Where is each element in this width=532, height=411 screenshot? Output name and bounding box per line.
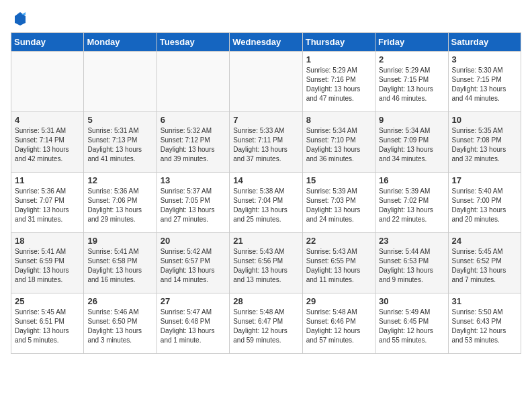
day-number: 25 xyxy=(15,296,80,306)
calendar-day-cell xyxy=(84,52,157,112)
weekday-header: Monday xyxy=(84,33,157,52)
calendar-week-row: 18Sunrise: 5:41 AM Sunset: 6:59 PM Dayli… xyxy=(11,233,521,293)
day-number: 6 xyxy=(161,115,226,125)
day-info: Sunrise: 5:41 AM Sunset: 6:58 PM Dayligh… xyxy=(87,247,152,285)
calendar-week-row: 11Sunrise: 5:36 AM Sunset: 7:07 PM Dayli… xyxy=(11,173,521,233)
day-info: Sunrise: 5:48 AM Sunset: 6:46 PM Dayligh… xyxy=(306,308,371,345)
day-info: Sunrise: 5:29 AM Sunset: 7:15 PM Dayligh… xyxy=(379,66,444,103)
day-number: 29 xyxy=(306,296,371,306)
day-info: Sunrise: 5:41 AM Sunset: 6:59 PM Dayligh… xyxy=(15,247,80,285)
calendar-day-cell: 27Sunrise: 5:47 AM Sunset: 6:48 PM Dayli… xyxy=(157,293,229,354)
day-number: 26 xyxy=(87,296,152,306)
day-info: Sunrise: 5:38 AM Sunset: 7:04 PM Dayligh… xyxy=(233,187,298,224)
calendar-day-cell: 23Sunrise: 5:44 AM Sunset: 6:53 PM Dayli… xyxy=(375,233,448,293)
day-number: 23 xyxy=(379,236,444,246)
day-number: 11 xyxy=(15,175,80,185)
weekday-header: Friday xyxy=(375,33,448,52)
day-number: 2 xyxy=(379,54,444,64)
calendar-day-cell: 17Sunrise: 5:40 AM Sunset: 7:00 PM Dayli… xyxy=(448,173,521,233)
day-info: Sunrise: 5:44 AM Sunset: 6:53 PM Dayligh… xyxy=(379,247,444,285)
day-number: 9 xyxy=(379,115,444,125)
day-info: Sunrise: 5:35 AM Sunset: 7:08 PM Dayligh… xyxy=(452,126,517,164)
calendar-week-row: 4Sunrise: 5:31 AM Sunset: 7:14 PM Daylig… xyxy=(11,112,521,173)
calendar-day-cell: 2Sunrise: 5:29 AM Sunset: 7:15 PM Daylig… xyxy=(375,52,448,112)
day-info: Sunrise: 5:48 AM Sunset: 6:47 PM Dayligh… xyxy=(233,308,298,345)
calendar-day-cell: 13Sunrise: 5:37 AM Sunset: 7:05 PM Dayli… xyxy=(157,173,229,233)
day-info: Sunrise: 5:43 AM Sunset: 6:56 PM Dayligh… xyxy=(233,247,298,285)
day-info: Sunrise: 5:45 AM Sunset: 6:51 PM Dayligh… xyxy=(15,308,80,345)
calendar-day-cell: 12Sunrise: 5:36 AM Sunset: 7:06 PM Dayli… xyxy=(84,173,157,233)
day-number: 8 xyxy=(306,115,371,125)
calendar-table: SundayMondayTuesdayWednesdayThursdayFrid… xyxy=(11,32,521,354)
day-number: 7 xyxy=(233,115,298,125)
calendar-day-cell: 29Sunrise: 5:48 AM Sunset: 6:46 PM Dayli… xyxy=(302,293,375,354)
day-info: Sunrise: 5:39 AM Sunset: 7:03 PM Dayligh… xyxy=(306,187,371,224)
calendar-day-cell xyxy=(230,52,302,112)
weekday-header: Thursday xyxy=(302,33,375,52)
calendar-day-cell: 1Sunrise: 5:29 AM Sunset: 7:16 PM Daylig… xyxy=(302,52,375,112)
day-info: Sunrise: 5:46 AM Sunset: 6:50 PM Dayligh… xyxy=(87,308,152,345)
day-info: Sunrise: 5:45 AM Sunset: 6:52 PM Dayligh… xyxy=(452,247,517,285)
page-header xyxy=(11,11,521,27)
day-info: Sunrise: 5:34 AM Sunset: 7:09 PM Dayligh… xyxy=(379,126,444,164)
calendar-day-cell xyxy=(11,52,84,112)
weekday-header: Sunday xyxy=(11,33,84,52)
day-number: 19 xyxy=(87,236,152,246)
calendar-day-cell: 9Sunrise: 5:34 AM Sunset: 7:09 PM Daylig… xyxy=(375,112,448,173)
calendar-week-row: 1Sunrise: 5:29 AM Sunset: 7:16 PM Daylig… xyxy=(11,52,521,112)
day-number: 3 xyxy=(452,54,517,64)
weekday-header: Saturday xyxy=(448,33,521,52)
day-number: 21 xyxy=(233,236,298,246)
day-number: 16 xyxy=(379,175,444,185)
day-number: 27 xyxy=(161,296,226,306)
calendar-day-cell: 30Sunrise: 5:49 AM Sunset: 6:45 PM Dayli… xyxy=(375,293,448,354)
calendar-day-cell: 7Sunrise: 5:33 AM Sunset: 7:11 PM Daylig… xyxy=(230,112,302,173)
calendar-day-cell: 10Sunrise: 5:35 AM Sunset: 7:08 PM Dayli… xyxy=(448,112,521,173)
calendar-day-cell: 21Sunrise: 5:43 AM Sunset: 6:56 PM Dayli… xyxy=(230,233,302,293)
day-info: Sunrise: 5:39 AM Sunset: 7:02 PM Dayligh… xyxy=(379,187,444,224)
day-number: 15 xyxy=(306,175,371,185)
day-number: 22 xyxy=(306,236,371,246)
calendar-day-cell: 31Sunrise: 5:50 AM Sunset: 6:43 PM Dayli… xyxy=(448,293,521,354)
day-info: Sunrise: 5:30 AM Sunset: 7:15 PM Dayligh… xyxy=(452,66,517,103)
calendar-day-cell: 8Sunrise: 5:34 AM Sunset: 7:10 PM Daylig… xyxy=(302,112,375,173)
day-number: 28 xyxy=(233,296,298,306)
calendar-day-cell: 19Sunrise: 5:41 AM Sunset: 6:58 PM Dayli… xyxy=(84,233,157,293)
calendar-day-cell: 6Sunrise: 5:32 AM Sunset: 7:12 PM Daylig… xyxy=(157,112,229,173)
day-info: Sunrise: 5:33 AM Sunset: 7:11 PM Dayligh… xyxy=(233,126,298,164)
calendar-header-row: SundayMondayTuesdayWednesdayThursdayFrid… xyxy=(11,33,521,52)
day-info: Sunrise: 5:36 AM Sunset: 7:07 PM Dayligh… xyxy=(15,187,80,224)
logo xyxy=(11,11,28,27)
calendar-day-cell: 15Sunrise: 5:39 AM Sunset: 7:03 PM Dayli… xyxy=(302,173,375,233)
day-number: 10 xyxy=(452,115,517,125)
day-info: Sunrise: 5:29 AM Sunset: 7:16 PM Dayligh… xyxy=(306,66,371,103)
day-info: Sunrise: 5:31 AM Sunset: 7:13 PM Dayligh… xyxy=(87,126,152,164)
calendar-day-cell: 14Sunrise: 5:38 AM Sunset: 7:04 PM Dayli… xyxy=(230,173,302,233)
day-number: 31 xyxy=(452,296,517,306)
day-number: 4 xyxy=(15,115,80,125)
calendar-day-cell: 28Sunrise: 5:48 AM Sunset: 6:47 PM Dayli… xyxy=(230,293,302,354)
day-number: 14 xyxy=(233,175,298,185)
day-number: 18 xyxy=(15,236,80,246)
weekday-header: Tuesday xyxy=(157,33,229,52)
day-info: Sunrise: 5:37 AM Sunset: 7:05 PM Dayligh… xyxy=(161,187,226,224)
day-info: Sunrise: 5:47 AM Sunset: 6:48 PM Dayligh… xyxy=(161,308,226,345)
calendar-day-cell: 22Sunrise: 5:43 AM Sunset: 6:55 PM Dayli… xyxy=(302,233,375,293)
day-info: Sunrise: 5:34 AM Sunset: 7:10 PM Dayligh… xyxy=(306,126,371,164)
calendar-day-cell: 5Sunrise: 5:31 AM Sunset: 7:13 PM Daylig… xyxy=(84,112,157,173)
day-info: Sunrise: 5:36 AM Sunset: 7:06 PM Dayligh… xyxy=(87,187,152,224)
day-number: 30 xyxy=(379,296,444,306)
day-number: 12 xyxy=(87,175,152,185)
calendar-day-cell: 18Sunrise: 5:41 AM Sunset: 6:59 PM Dayli… xyxy=(11,233,84,293)
day-number: 24 xyxy=(452,236,517,246)
calendar-day-cell: 11Sunrise: 5:36 AM Sunset: 7:07 PM Dayli… xyxy=(11,173,84,233)
calendar-day-cell: 16Sunrise: 5:39 AM Sunset: 7:02 PM Dayli… xyxy=(375,173,448,233)
calendar-day-cell xyxy=(157,52,229,112)
day-info: Sunrise: 5:32 AM Sunset: 7:12 PM Dayligh… xyxy=(161,126,226,164)
calendar-day-cell: 20Sunrise: 5:42 AM Sunset: 6:57 PM Dayli… xyxy=(157,233,229,293)
day-number: 13 xyxy=(161,175,226,185)
day-info: Sunrise: 5:31 AM Sunset: 7:14 PM Dayligh… xyxy=(15,126,80,164)
day-info: Sunrise: 5:49 AM Sunset: 6:45 PM Dayligh… xyxy=(379,308,444,345)
day-info: Sunrise: 5:50 AM Sunset: 6:43 PM Dayligh… xyxy=(452,308,517,345)
logo-icon xyxy=(12,11,28,27)
